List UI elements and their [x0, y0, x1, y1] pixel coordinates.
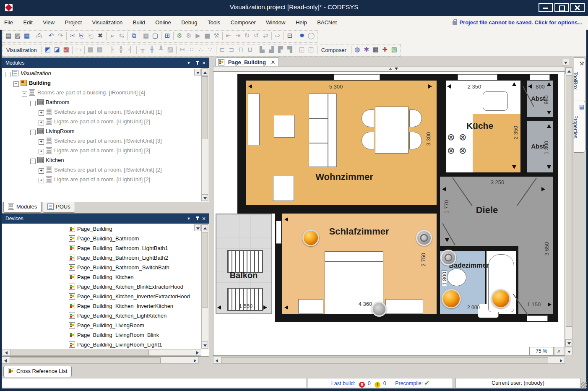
size-reset-icon[interactable]: ⊔: [245, 45, 255, 54]
zoom-dropdown[interactable]: [565, 347, 572, 355]
panel-close-icon[interactable]: ✕: [200, 216, 207, 222]
group-icon[interactable]: ▦: [86, 45, 95, 54]
space-grow-icon[interactable]: ∴: [196, 45, 206, 54]
modules-combo-dropdown[interactable]: [194, 69, 201, 76]
tree-item-livingroom-lights[interactable]: +Lights are part of a room. [ILightUnit]…: [3, 146, 201, 155]
left-hscrollbar[interactable]: [2, 357, 199, 364]
expander-icon[interactable]: −: [30, 159, 36, 164]
panel-pin-icon[interactable]: [197, 61, 198, 65]
undo-icon[interactable]: ↶: [47, 31, 56, 40]
device-item[interactable]: Page_Building_Kitchen_LightKitchen: [3, 311, 201, 321]
color-grid-icon[interactable]: ▩: [62, 45, 71, 54]
space-h-icon[interactable]: ∺: [178, 45, 187, 54]
menu-bacnet[interactable]: BACNet: [313, 16, 341, 26]
zoom-level-field[interactable]: 75 %: [529, 347, 554, 355]
resize-grip[interactable]: [581, 382, 587, 388]
composer-key-icon[interactable]: ✱: [362, 45, 371, 54]
expander-icon[interactable]: +: [39, 120, 44, 125]
size-height-icon[interactable]: ⊐: [227, 45, 236, 54]
expander-icon[interactable]: −: [13, 81, 19, 87]
step-out-icon[interactable]: ↻: [242, 31, 252, 40]
zoom-tool-icon[interactable]: ◪: [52, 45, 62, 54]
new-object-icon[interactable]: ▢: [151, 31, 160, 40]
close-button[interactable]: [570, 3, 585, 12]
expander-icon[interactable]: +: [39, 178, 44, 183]
devices-combo-dropdown[interactable]: [194, 224, 201, 231]
print-icon[interactable]: ⎙: [34, 31, 44, 40]
device-item[interactable]: Page_Building_Kitchen_InverterKitchen: [3, 301, 201, 311]
expander-icon[interactable]: +: [39, 168, 44, 174]
step-into-icon[interactable]: ⇥: [233, 31, 242, 40]
menu-online[interactable]: Online: [151, 16, 175, 26]
save-icon[interactable]: ▦: [22, 31, 31, 40]
send-backward-icon[interactable]: ▜: [285, 45, 294, 54]
tab-close-icon[interactable]: ✕: [271, 59, 276, 65]
maximize-button[interactable]: [554, 3, 569, 12]
expander-icon[interactable]: +: [39, 149, 44, 154]
tree-item-visualization[interactable]: −Visualization: [3, 68, 201, 78]
tree-item-building[interactable]: −Building: [3, 78, 201, 88]
size-width-icon[interactable]: ⊏: [218, 45, 227, 54]
copy-visual-icon[interactable]: ⧉: [129, 31, 138, 40]
tree-item-kitchen-switches[interactable]: +Switches are part of a room. [ISwitchUn…: [3, 165, 201, 175]
canvas-hscrollbar[interactable]: [213, 357, 565, 364]
cut-icon[interactable]: ✂: [68, 31, 77, 40]
composer-chart-icon[interactable]: ▧: [390, 45, 399, 54]
expander-icon[interactable]: −: [5, 72, 10, 77]
composer-globe-icon[interactable]: ◍: [353, 45, 362, 54]
paste-icon[interactable]: ⎗: [86, 31, 96, 40]
tree-item-kitchen-lights[interactable]: +Lights are part of a room. [ILightUnit]…: [3, 175, 201, 184]
expander-icon[interactable]: +: [39, 110, 44, 116]
align-left-icon[interactable]: ╞: [107, 45, 117, 54]
device-item[interactable]: Page_Building_LivingRoom: [3, 321, 201, 330]
tree-item-bathroom[interactable]: −Bathroom: [3, 97, 201, 107]
stop-icon[interactable]: ■: [203, 31, 212, 40]
lamp-schlafzimmer[interactable]: [302, 229, 319, 246]
menu-build[interactable]: Build: [129, 16, 149, 26]
copy-icon[interactable]: ⎘: [77, 31, 86, 40]
switch-schlafzimmer[interactable]: [416, 230, 432, 246]
device-item[interactable]: Page_Building: [3, 224, 201, 234]
panel-dropdown-icon[interactable]: ▼: [185, 60, 192, 66]
menu-help[interactable]: Help: [291, 16, 311, 26]
config-icon[interactable]: ⚒: [212, 31, 221, 40]
menu-composer[interactable]: Composer: [226, 16, 260, 26]
ungroup-icon[interactable]: ▤: [95, 45, 104, 54]
run-to-cursor-icon[interactable]: ↺: [252, 31, 261, 40]
menu-tools[interactable]: Tools: [203, 16, 224, 26]
modules-scroll-thumb[interactable]: [202, 76, 208, 139]
device-item[interactable]: Page_Building_Kitchen_InverterExtractorH…: [3, 292, 201, 301]
select-tool-icon[interactable]: ◩: [43, 45, 52, 54]
tree-item-rooms[interactable]: −Rooms are part of a building. [IRoomUni…: [3, 88, 201, 97]
space-shrink-icon[interactable]: ∵: [206, 45, 215, 54]
bring-forward-icon[interactable]: ▛: [276, 45, 285, 54]
panel-dropdown-icon[interactable]: ▼: [185, 216, 192, 222]
background-icon[interactable]: ▨: [166, 45, 175, 54]
expander-icon[interactable]: −: [30, 101, 36, 106]
new-file-icon[interactable]: ▤: [4, 31, 13, 40]
tab-modules[interactable]: Modules: [3, 202, 42, 213]
space-v-icon[interactable]: ∷: [187, 45, 196, 54]
menu-file[interactable]: File: [0, 16, 17, 26]
lamp-badezimmer-2[interactable]: [491, 289, 510, 308]
modules-scroll-up[interactable]: [201, 69, 208, 76]
readonly-notification[interactable]: Project file cannot be saved. Click for …: [453, 19, 582, 26]
switch-bett[interactable]: [372, 302, 387, 317]
devices-hscrollbar[interactable]: [3, 349, 201, 356]
menu-view[interactable]: View: [39, 16, 59, 26]
composer-modules-icon[interactable]: ▦: [371, 45, 380, 54]
panel-pin-icon[interactable]: [197, 216, 198, 220]
align-center-icon[interactable]: ╬: [117, 45, 126, 54]
minimize-button[interactable]: [539, 3, 553, 12]
expander-icon[interactable]: −: [22, 91, 27, 96]
align-bottom-icon[interactable]: ╨: [156, 45, 166, 54]
expander-icon[interactable]: +: [39, 139, 44, 145]
run-icon[interactable]: ▶: [193, 31, 203, 40]
devices-scroll-up[interactable]: [201, 224, 208, 231]
composer-lib-icon[interactable]: ✚: [380, 45, 390, 54]
modules-scroll-down[interactable]: [201, 194, 208, 201]
logout-icon[interactable]: ⚙: [184, 31, 193, 40]
menu-window[interactable]: Window: [262, 16, 289, 26]
panel-close-icon[interactable]: ✕: [200, 60, 207, 66]
login-icon[interactable]: ⚙: [175, 31, 184, 40]
